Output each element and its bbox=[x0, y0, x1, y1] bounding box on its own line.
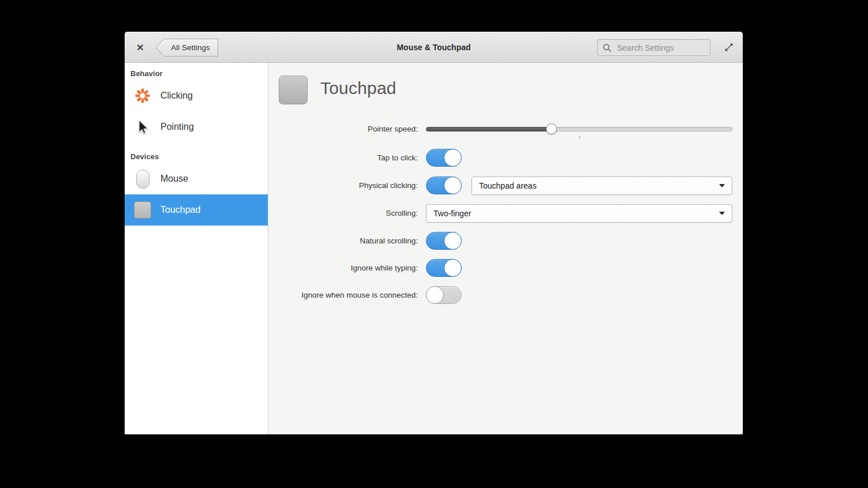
selected-option: Two-finger bbox=[433, 209, 471, 218]
scrolling-select[interactable]: Two-finger bbox=[426, 204, 732, 223]
pointer-speed-label: Pointer speed: bbox=[268, 120, 418, 138]
ignore-mouse-connected-label: Ignore when mouse is connected: bbox=[268, 286, 418, 305]
natural-scrolling-label: Natural scrolling: bbox=[268, 232, 418, 250]
window-body: Behavior bbox=[125, 63, 743, 434]
search-input[interactable] bbox=[616, 43, 705, 53]
panel-title: Touchpad bbox=[320, 78, 396, 98]
row-tap-to-click: Tap to click: bbox=[268, 149, 732, 167]
physical-clicking-toggle[interactable] bbox=[426, 177, 462, 194]
sidebar-item-label: Pointing bbox=[160, 122, 194, 132]
ignore-while-typing-label: Ignore while typing: bbox=[268, 259, 418, 277]
maximize-button[interactable] bbox=[723, 42, 735, 53]
ignore-mouse-connected-toggle[interactable] bbox=[426, 286, 462, 304]
toggle-knob bbox=[444, 177, 462, 194]
close-icon: × bbox=[137, 40, 144, 54]
tap-to-click-toggle[interactable] bbox=[426, 149, 462, 167]
scrolling-label: Scrolling: bbox=[268, 204, 418, 223]
chevron-down-icon bbox=[719, 212, 725, 215]
slider-fill bbox=[426, 127, 552, 132]
cursor-icon bbox=[134, 119, 151, 135]
chevron-down-icon bbox=[719, 184, 725, 187]
physical-clicking-select[interactable]: Touchpad areas bbox=[472, 177, 732, 195]
sidebar-item-clicking[interactable]: Clicking bbox=[125, 80, 268, 111]
touchpad-hero-icon bbox=[279, 76, 308, 104]
selected-option: Touchpad areas bbox=[479, 181, 537, 190]
desktop-background: × Mouse & Touchpad All Settings bbox=[0, 0, 868, 488]
row-ignore-while-typing: Ignore while typing: bbox=[268, 259, 732, 277]
sidebar-section-behavior: Behavior bbox=[125, 67, 268, 80]
toggle-knob bbox=[444, 232, 462, 250]
row-scrolling: Scrolling: Two-finger bbox=[268, 204, 732, 223]
titlebar: × Mouse & Touchpad All Settings bbox=[125, 32, 743, 63]
ignore-while-typing-toggle[interactable] bbox=[426, 259, 462, 277]
back-button-label: All Settings bbox=[171, 43, 210, 52]
row-physical-clicking: Physical clicking: Touchpad areas bbox=[268, 177, 732, 195]
sidebar-item-label: Touchpad bbox=[160, 205, 200, 215]
row-ignore-mouse-connected: Ignore when mouse is connected: bbox=[268, 286, 732, 305]
sidebar-item-label: Mouse bbox=[160, 174, 188, 184]
sidebar: Behavior bbox=[125, 63, 268, 434]
slider-center-tick bbox=[579, 136, 580, 139]
sidebar-item-label: Clicking bbox=[160, 91, 193, 101]
toggle-knob bbox=[426, 286, 444, 304]
toggle-knob bbox=[444, 259, 462, 277]
physical-clicking-label: Physical clicking: bbox=[268, 177, 418, 195]
settings-window: × Mouse & Touchpad All Settings bbox=[125, 32, 743, 434]
maximize-icon bbox=[724, 42, 734, 52]
mouse-icon bbox=[136, 170, 149, 189]
close-button[interactable]: × bbox=[133, 32, 148, 62]
row-natural-scrolling: Natural scrolling: bbox=[268, 232, 732, 250]
row-pointer-speed: Pointer speed: bbox=[268, 120, 732, 138]
tap-to-click-label: Tap to click: bbox=[268, 149, 418, 167]
touchpad-icon bbox=[134, 201, 151, 219]
slider-handle[interactable] bbox=[546, 123, 557, 134]
all-settings-back-button[interactable]: All Settings bbox=[156, 39, 218, 57]
sidebar-item-pointing[interactable]: Pointing bbox=[125, 111, 268, 142]
clicking-burst-icon bbox=[134, 87, 151, 104]
toggle-knob bbox=[444, 149, 462, 167]
sidebar-section-devices: Devices bbox=[125, 151, 268, 163]
search-icon bbox=[603, 43, 612, 52]
touchpad-panel: Touchpad Pointer speed: T bbox=[268, 63, 743, 434]
sidebar-item-mouse[interactable]: Mouse bbox=[125, 163, 268, 194]
natural-scrolling-toggle[interactable] bbox=[426, 232, 462, 250]
sidebar-item-touchpad[interactable]: Touchpad bbox=[125, 194, 268, 226]
pointer-speed-slider[interactable] bbox=[426, 120, 732, 138]
search-field[interactable] bbox=[597, 39, 710, 56]
